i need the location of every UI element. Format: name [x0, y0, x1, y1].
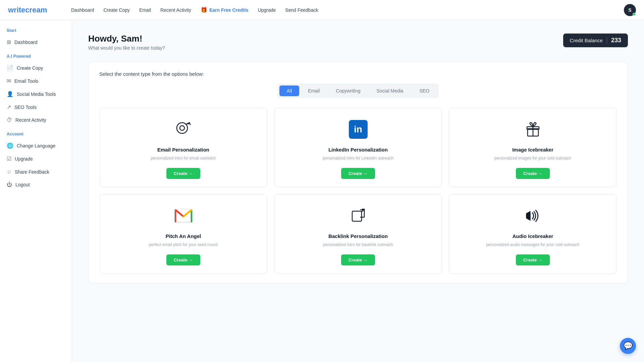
chat-icon: 💬 — [624, 342, 633, 350]
credit-divider — [607, 38, 607, 44]
backlink-personalization-icon — [347, 205, 369, 227]
social-media-icon: 👤 — [7, 91, 13, 97]
sidebar-item-change-language[interactable]: 🌐 Change Language — [0, 139, 72, 152]
card-image-icebreaker: Image Icebreaker personalized images for… — [449, 108, 617, 187]
sidebar-item-dashboard[interactable]: ⊞ Dashboard — [0, 36, 72, 49]
dashboard-icon: ⊞ — [7, 39, 11, 45]
sidebar-item-seo-tools[interactable]: ↗ SEO Tools — [0, 101, 72, 114]
sidebar-section-start: Start — [0, 28, 72, 36]
linkedin-personalization-title: LinkedIn Personalization — [328, 147, 388, 153]
card-pitch-angel: Pitch An Angel perfect email pitch for y… — [99, 194, 267, 274]
linkedin-personalization-create-btn[interactable]: Create → — [341, 168, 375, 179]
card-linkedin-personalization: in LinkedIn Personalization personalized… — [274, 108, 442, 187]
tab-copywriting[interactable]: Copywriting — [328, 85, 368, 96]
logo[interactable]: writecream — [8, 6, 55, 14]
sidebar-feedback-label: Share Feedback — [15, 169, 49, 175]
linkedin-box: in — [349, 120, 368, 139]
nav-recent-activity[interactable]: Recent Activity — [160, 7, 191, 13]
tab-seo[interactable]: SEO — [412, 85, 437, 96]
sidebar-item-upgrade[interactable]: ☑ Upgrade — [0, 152, 72, 165]
greeting-subtitle: What would you like to create today? — [88, 45, 165, 51]
svg-point-1 — [180, 126, 184, 130]
selector-title: Select the content type from the options… — [99, 71, 617, 77]
nav-create-copy[interactable]: Create Copy — [104, 7, 130, 13]
audio-icebreaker-title: Audio Icebreaker — [513, 233, 553, 239]
audio-icebreaker-desc: personalized audio messages for your col… — [486, 242, 579, 248]
filter-tabs: All Email Copywriting Social Media SEO — [277, 83, 439, 98]
upgrade-icon: ☑ — [7, 156, 11, 162]
chat-bubble[interactable]: 💬 — [620, 338, 636, 354]
backlink-personalization-title: Backlink Personalization — [328, 233, 388, 239]
svg-rect-12 — [526, 214, 530, 219]
logo-cream: cream — [25, 6, 47, 14]
cards-grid: Email Personalization personalized intro… — [99, 108, 617, 274]
email-personalization-create-btn[interactable]: Create → — [166, 168, 200, 179]
email-personalization-title: Email Personalization — [157, 147, 209, 153]
tab-email[interactable]: Email — [301, 85, 327, 96]
sidebar-email-tools-label: Email Tools — [14, 78, 38, 84]
sidebar-item-recent-activity[interactable]: ⏱ Recent Activity — [0, 114, 72, 126]
image-icebreaker-icon — [522, 119, 544, 140]
greeting-title: Howdy, Sam! — [88, 34, 165, 44]
svg-rect-10 — [352, 211, 362, 221]
email-tools-icon: ✉ — [7, 78, 11, 84]
sidebar: Start ⊞ Dashboard A.I Powered 📄 Create C… — [0, 20, 72, 362]
sidebar-dashboard-label: Dashboard — [14, 40, 38, 45]
pitch-angel-desc: perfect email pitch for your seed round — [149, 242, 218, 248]
language-icon: 🌐 — [7, 142, 13, 149]
linkedin-personalization-icon: in — [347, 119, 369, 140]
nav-upgrade[interactable]: Upgrade — [258, 7, 276, 13]
nav-earn-free-credits[interactable]: 🎁 Earn Free Credits — [201, 7, 249, 13]
audio-icebreaker-icon — [522, 205, 544, 227]
user-avatar[interactable]: S — [624, 4, 636, 16]
main-content: Howdy, Sam! What would you like to creat… — [72, 20, 644, 362]
tab-social-media[interactable]: Social Media — [369, 85, 411, 96]
credit-balance-badge[interactable]: Credit Balance 233 — [563, 34, 628, 47]
nav-dashboard[interactable]: Dashboard — [71, 7, 94, 13]
gift-nav-icon: 🎁 — [201, 7, 207, 13]
sidebar-upgrade-label: Upgrade — [15, 156, 33, 162]
seo-tools-icon: ↗ — [7, 104, 11, 110]
image-icebreaker-title: Image Icebreaker — [512, 147, 553, 153]
sidebar-section-ai: A.I Powered — [0, 54, 72, 61]
image-icebreaker-desc: personalized images for your cold outrea… — [494, 155, 571, 161]
sidebar-item-email-tools[interactable]: ✉ Email Tools — [0, 74, 72, 87]
nav-links: Dashboard Create Copy Email Recent Activ… — [71, 7, 613, 13]
pitch-angel-create-btn[interactable]: Create → — [166, 254, 200, 265]
feedback-icon: ☆ — [7, 169, 11, 175]
image-icebreaker-create-btn[interactable]: Create → — [516, 168, 550, 179]
sidebar-item-logout[interactable]: ⏻ Logout — [0, 178, 72, 191]
sidebar-item-social-media[interactable]: 👤 Social Media Tools — [0, 87, 72, 101]
logout-icon: ⏻ — [7, 182, 12, 188]
email-personalization-icon — [173, 119, 194, 140]
sidebar-seo-label: SEO Tools — [14, 105, 37, 110]
create-copy-icon: 📄 — [7, 65, 13, 71]
tab-all[interactable]: All — [279, 85, 300, 96]
sidebar-section-account: Account — [0, 132, 72, 139]
nav-send-feedback[interactable]: Send Feedback — [285, 7, 318, 13]
nav-email[interactable]: Email — [139, 7, 151, 13]
audio-icebreaker-create-btn[interactable]: Create → — [516, 254, 550, 265]
pitch-angel-title: Pitch An Angel — [166, 233, 201, 239]
greeting-block: Howdy, Sam! What would you like to creat… — [88, 34, 165, 51]
card-audio-icebreaker: Audio Icebreaker personalized audio mess… — [449, 194, 617, 274]
sidebar-item-share-feedback[interactable]: ☆ Share Feedback — [0, 165, 72, 178]
backlink-personalization-desc: personalized intro for backlink outreach — [323, 242, 393, 248]
card-email-personalization: Email Personalization personalized intro… — [99, 108, 267, 187]
page-layout: Start ⊞ Dashboard A.I Powered 📄 Create C… — [0, 20, 644, 362]
nav-earn-label: Earn Free Credits — [209, 7, 249, 13]
avatar-initial: S — [628, 7, 631, 13]
logo-write: write — [8, 6, 25, 14]
content-selector: Select the content type from the options… — [88, 61, 628, 284]
recent-activity-icon: ⏱ — [7, 117, 12, 123]
card-backlink-personalization: Backlink Personalization personalized in… — [274, 194, 442, 274]
backlink-personalization-create-btn[interactable]: Create → — [341, 254, 375, 265]
sidebar-language-label: Change Language — [17, 143, 55, 148]
credit-value: 233 — [611, 37, 621, 44]
sidebar-item-create-copy[interactable]: 📄 Create Copy — [0, 61, 72, 74]
sidebar-create-copy-label: Create Copy — [17, 65, 43, 71]
sidebar-recent-label: Recent Activity — [15, 117, 46, 123]
credit-label: Credit Balance — [570, 38, 603, 43]
sidebar-social-media-label: Social Media Tools — [17, 92, 56, 97]
page-header: Howdy, Sam! What would you like to creat… — [88, 34, 628, 51]
